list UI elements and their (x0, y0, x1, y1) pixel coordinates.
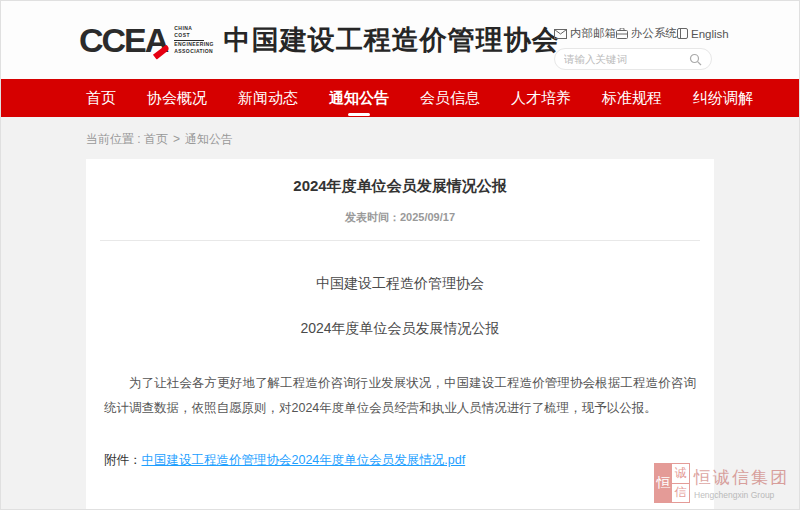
nav-item-members[interactable]: 会员信息 (420, 89, 480, 108)
title-divider (100, 240, 700, 241)
signature-block: 中国建设工程造价管理协会 2025年9月17日 (490, 504, 646, 510)
watermark-text: 恒诚信集团 Hengchengxin Group (694, 466, 789, 500)
site-logo[interactable]: CCEA CHINA COST ENGINEERING ASSOCIATION … (79, 22, 560, 58)
publish-time-label: 发表时间： (345, 211, 400, 223)
quick-link-label: 内部邮箱 (570, 26, 616, 41)
nav-item-home[interactable]: 首页 (86, 89, 116, 108)
mail-icon (554, 29, 567, 39)
page-title: 2024年度单位会员发展情况公报 (104, 177, 696, 196)
site-header: CCEA CHINA COST ENGINEERING ASSOCIATION … (1, 1, 799, 79)
main-nav: 首页 协会概况 新闻动态 通知公告 会员信息 人才培养 标准规程 纠纷调解 (1, 79, 799, 117)
logo-a-red-swoosh: A (145, 23, 168, 57)
nav-item-notices[interactable]: 通知公告 (329, 89, 389, 108)
attachment-row: 附件：中国建设工程造价管理协会2024年度单位会员发展情况.pdf (104, 452, 696, 469)
quick-links: 内部邮箱 办公系统 English (554, 26, 712, 41)
publish-time-value: 2025/09/17 (400, 211, 455, 223)
quick-link-label: 办公系统 (631, 26, 677, 41)
nav-item-mediation[interactable]: 纠纷调解 (693, 89, 753, 108)
watermark-name-en: Hengchengxin Group (694, 490, 789, 500)
org-name: 中国建设工程造价管理协会 (224, 22, 560, 58)
logo-acronym: CCEA (79, 23, 167, 57)
nav-item-standards[interactable]: 标准规程 (602, 89, 662, 108)
office-system-icon (616, 28, 628, 39)
office-system-link[interactable]: 办公系统 (616, 26, 677, 41)
internal-mail-link[interactable]: 内部邮箱 (554, 26, 616, 41)
attachment-pdf-link[interactable]: 中国建设工程造价管理协会2024年度单位会员发展情况.pdf (142, 453, 466, 467)
language-icon (677, 28, 688, 39)
signature-org: 中国建设工程造价管理协会 (490, 504, 646, 510)
search-icon[interactable] (689, 53, 702, 66)
quick-link-label: English (691, 28, 729, 40)
breadcrumb-prefix: 当前位置 : (86, 132, 144, 146)
search-box (554, 48, 712, 70)
nav-item-training[interactable]: 人才培养 (511, 89, 571, 108)
header-utilities: 内部邮箱 办公系统 English (554, 26, 712, 70)
breadcrumb-current-link[interactable]: 通知公告 (185, 132, 233, 146)
attachment-label: 附件： (104, 453, 142, 467)
document-title-line: 2024年度单位会员发展情况公报 (104, 320, 696, 338)
hengchengxin-watermark: 恒 诚 信 恒诚信集团 Hengchengxin Group (654, 463, 789, 503)
search-input[interactable] (564, 53, 689, 65)
nav-item-about[interactable]: 协会概况 (147, 89, 207, 108)
breadcrumb: 当前位置 : 首页>通知公告 (1, 117, 799, 159)
watermark-name-cn: 恒诚信集团 (694, 466, 789, 489)
breadcrumb-separator: > (173, 132, 180, 146)
hengchengxin-seal-icon: 恒 诚 信 (654, 463, 690, 503)
english-link[interactable]: English (677, 28, 729, 40)
logo-subtitle: CHINA COST ENGINEERING ASSOCIATION (174, 25, 213, 55)
document-org-line: 中国建设工程造价管理协会 (104, 275, 696, 293)
article-card: 2024年度单位会员发展情况公报 发表时间：2025/09/17 中国建设工程造… (86, 159, 714, 510)
nav-item-news[interactable]: 新闻动态 (238, 89, 298, 108)
publish-time: 发表时间：2025/09/17 (104, 210, 696, 225)
article-paragraph: 为了让社会各方更好地了解工程造价咨询行业发展状况，中国建设工程造价管理协会根据工… (104, 371, 696, 421)
breadcrumb-home-link[interactable]: 首页 (144, 132, 168, 146)
